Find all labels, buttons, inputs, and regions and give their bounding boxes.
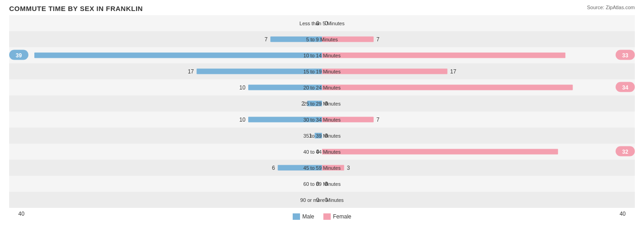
svg-text:10: 10 [240,117,246,123]
svg-text:17: 17 [450,68,457,75]
legend-female: Female [323,213,351,220]
svg-text:15 to 19 Minutes: 15 to 19 Minutes [303,69,341,74]
svg-rect-53 [322,149,558,155]
svg-text:7: 7 [377,117,380,123]
svg-text:40 to 44 Minutes: 40 to 44 Minutes [303,149,341,155]
axis-left: 40 [18,211,24,220]
svg-text:39: 39 [16,52,22,59]
svg-text:20 to 24 Minutes: 20 to 24 Minutes [303,85,341,90]
svg-text:7: 7 [377,36,380,43]
svg-text:10: 10 [240,84,246,91]
svg-text:5 to 9 Minutes: 5 to 9 Minutes [306,37,338,42]
legend: Male Female [293,213,351,220]
svg-text:0: 0 [316,149,319,155]
axis-labels: 40 Male Female 40 [9,211,635,220]
axis-right: 40 [620,211,626,220]
legend-female-label: Female [333,213,351,220]
legend-male-label: Male [302,213,314,220]
svg-text:1: 1 [309,133,312,139]
svg-text:0: 0 [325,197,328,203]
chart-container: COMMUTE TIME BY SEX IN FRANKLIN Source: … [0,0,644,240]
legend-female-box [323,213,331,220]
svg-text:10 to 14 Minutes: 10 to 14 Minutes [303,53,341,58]
svg-text:0: 0 [325,20,328,27]
svg-text:25 to 29 Minutes: 25 to 29 Minutes [303,101,341,106]
legend-male-box [293,213,300,220]
svg-text:0: 0 [316,181,319,187]
svg-text:3: 3 [347,165,350,171]
chart-title: COMMUTE TIME BY SEX IN FRANKLIN [9,5,635,12]
svg-text:30 to 34 Minutes: 30 to 34 Minutes [303,117,341,123]
svg-text:90 or more Minutes: 90 or more Minutes [300,197,344,203]
svg-text:0: 0 [325,181,328,187]
svg-rect-28 [322,85,573,90]
svg-text:0: 0 [316,20,319,27]
svg-text:45 to 59 Minutes: 45 to 59 Minutes [303,165,341,171]
svg-rect-13 [34,53,322,58]
svg-rect-14 [322,53,565,58]
svg-text:0: 0 [316,197,319,203]
svg-text:34: 34 [622,84,628,91]
svg-text:Less than 5 Minutes: Less than 5 Minutes [300,21,345,26]
svg-text:2: 2 [301,100,305,107]
svg-text:33: 33 [622,52,628,59]
legend-male: Male [293,213,314,220]
svg-text:0: 0 [325,133,328,139]
svg-text:0: 0 [325,100,328,107]
svg-text:6: 6 [272,165,275,171]
svg-text:60 to 89 Minutes: 60 to 89 Minutes [303,181,341,187]
svg-text:7: 7 [265,36,268,43]
source-label: Source: ZipAtlas.com [587,5,635,10]
svg-text:17: 17 [188,68,194,75]
svg-rect-22 [322,69,448,74]
svg-text:32: 32 [622,149,628,155]
